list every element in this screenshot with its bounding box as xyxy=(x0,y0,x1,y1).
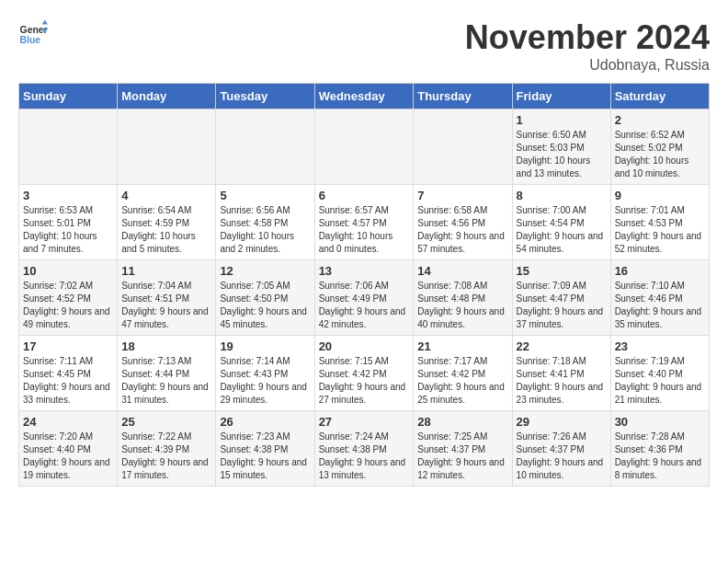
day-info: Sunrise: 7:19 AM Sunset: 4:40 PM Dayligh… xyxy=(615,355,705,407)
day-info: Sunrise: 7:20 AM Sunset: 4:40 PM Dayligh… xyxy=(23,431,113,482)
day-number: 5 xyxy=(220,189,310,202)
calendar-cell: 10Sunrise: 7:02 AM Sunset: 4:52 PM Dayli… xyxy=(19,260,118,336)
day-number: 1 xyxy=(517,113,607,127)
weekday-header-row: SundayMondayTuesdayWednesdayThursdayFrid… xyxy=(19,84,710,109)
day-info: Sunrise: 6:54 AM Sunset: 4:59 PM Dayligh… xyxy=(121,204,211,256)
day-info: Sunrise: 7:02 AM Sunset: 4:52 PM Dayligh… xyxy=(23,280,113,331)
day-number: 14 xyxy=(417,264,507,278)
day-info: Sunrise: 7:26 AM Sunset: 4:37 PM Dayligh… xyxy=(517,431,607,482)
calendar-cell: 21Sunrise: 7:17 AM Sunset: 4:42 PM Dayli… xyxy=(414,336,512,411)
day-number: 10 xyxy=(23,264,113,278)
day-info: Sunrise: 7:18 AM Sunset: 4:41 PM Dayligh… xyxy=(517,355,607,407)
day-info: Sunrise: 6:56 AM Sunset: 4:58 PM Dayligh… xyxy=(220,204,310,256)
calendar-cell xyxy=(118,109,216,185)
day-info: Sunrise: 6:58 AM Sunset: 4:56 PM Dayligh… xyxy=(417,204,507,256)
day-number: 21 xyxy=(417,339,507,353)
calendar-week-row: 1Sunrise: 6:50 AM Sunset: 5:03 PM Daylig… xyxy=(19,109,710,185)
calendar-cell xyxy=(414,109,512,185)
calendar-cell: 23Sunrise: 7:19 AM Sunset: 4:40 PM Dayli… xyxy=(610,336,709,411)
calendar-week-row: 24Sunrise: 7:20 AM Sunset: 4:40 PM Dayli… xyxy=(19,411,710,487)
day-info: Sunrise: 7:00 AM Sunset: 4:54 PM Dayligh… xyxy=(517,204,607,256)
calendar-cell: 8Sunrise: 7:00 AM Sunset: 4:54 PM Daylig… xyxy=(512,185,610,260)
calendar-week-row: 17Sunrise: 7:11 AM Sunset: 4:45 PM Dayli… xyxy=(19,336,710,411)
weekday-header: Monday xyxy=(118,84,216,109)
calendar-cell: 6Sunrise: 6:57 AM Sunset: 4:57 PM Daylig… xyxy=(314,185,414,260)
day-info: Sunrise: 7:13 AM Sunset: 4:44 PM Dayligh… xyxy=(121,355,211,407)
day-number: 8 xyxy=(517,189,607,202)
day-info: Sunrise: 7:01 AM Sunset: 4:53 PM Dayligh… xyxy=(615,204,705,256)
calendar-cell: 1Sunrise: 6:50 AM Sunset: 5:03 PM Daylig… xyxy=(512,109,610,185)
weekday-header: Wednesday xyxy=(314,84,414,109)
day-info: Sunrise: 7:23 AM Sunset: 4:38 PM Dayligh… xyxy=(220,431,310,482)
day-number: 27 xyxy=(319,415,410,429)
calendar-cell: 7Sunrise: 6:58 AM Sunset: 4:56 PM Daylig… xyxy=(414,185,512,260)
month-title: November 2024 xyxy=(465,18,710,57)
calendar-cell: 26Sunrise: 7:23 AM Sunset: 4:38 PM Dayli… xyxy=(216,411,314,487)
day-number: 11 xyxy=(121,264,211,278)
day-info: Sunrise: 7:25 AM Sunset: 4:37 PM Dayligh… xyxy=(417,431,507,482)
day-info: Sunrise: 7:24 AM Sunset: 4:38 PM Dayligh… xyxy=(319,431,410,482)
title-block: November 2024 Udobnaya, Russia xyxy=(465,18,710,74)
calendar-week-row: 3Sunrise: 6:53 AM Sunset: 5:01 PM Daylig… xyxy=(19,185,710,260)
calendar-cell: 22Sunrise: 7:18 AM Sunset: 4:41 PM Dayli… xyxy=(512,336,610,411)
day-number: 15 xyxy=(517,264,607,278)
weekday-header: Tuesday xyxy=(216,84,314,109)
calendar-cell: 13Sunrise: 7:06 AM Sunset: 4:49 PM Dayli… xyxy=(314,260,414,336)
day-info: Sunrise: 7:08 AM Sunset: 4:48 PM Dayligh… xyxy=(417,280,507,331)
calendar-cell xyxy=(314,109,414,185)
page-header: General Blue November 2024 Udobnaya, Rus… xyxy=(18,18,710,74)
day-info: Sunrise: 7:28 AM Sunset: 4:36 PM Dayligh… xyxy=(615,431,705,482)
calendar-cell: 28Sunrise: 7:25 AM Sunset: 4:37 PM Dayli… xyxy=(414,411,512,487)
day-number: 20 xyxy=(319,339,410,353)
day-number: 12 xyxy=(220,264,310,278)
day-number: 23 xyxy=(615,339,705,353)
calendar-cell: 20Sunrise: 7:15 AM Sunset: 4:42 PM Dayli… xyxy=(314,336,414,411)
calendar-cell: 11Sunrise: 7:04 AM Sunset: 4:51 PM Dayli… xyxy=(118,260,216,336)
calendar-cell: 30Sunrise: 7:28 AM Sunset: 4:36 PM Dayli… xyxy=(610,411,709,487)
day-number: 22 xyxy=(517,339,607,353)
day-number: 9 xyxy=(615,189,705,202)
calendar-cell: 24Sunrise: 7:20 AM Sunset: 4:40 PM Dayli… xyxy=(19,411,118,487)
calendar-cell: 12Sunrise: 7:05 AM Sunset: 4:50 PM Dayli… xyxy=(216,260,314,336)
calendar-cell: 19Sunrise: 7:14 AM Sunset: 4:43 PM Dayli… xyxy=(216,336,314,411)
calendar-week-row: 10Sunrise: 7:02 AM Sunset: 4:52 PM Dayli… xyxy=(19,260,710,336)
day-number: 26 xyxy=(220,415,310,429)
calendar-cell: 27Sunrise: 7:24 AM Sunset: 4:38 PM Dayli… xyxy=(314,411,414,487)
calendar-table: SundayMondayTuesdayWednesdayThursdayFrid… xyxy=(18,83,710,487)
day-info: Sunrise: 7:17 AM Sunset: 4:42 PM Dayligh… xyxy=(417,355,507,407)
day-info: Sunrise: 7:05 AM Sunset: 4:50 PM Dayligh… xyxy=(220,280,310,331)
day-info: Sunrise: 6:50 AM Sunset: 5:03 PM Dayligh… xyxy=(517,129,607,180)
calendar-cell: 16Sunrise: 7:10 AM Sunset: 4:46 PM Dayli… xyxy=(610,260,709,336)
day-info: Sunrise: 6:53 AM Sunset: 5:01 PM Dayligh… xyxy=(23,204,113,256)
weekday-header: Sunday xyxy=(19,84,118,109)
day-number: 30 xyxy=(615,415,705,429)
day-info: Sunrise: 6:57 AM Sunset: 4:57 PM Dayligh… xyxy=(319,204,410,256)
calendar-cell: 25Sunrise: 7:22 AM Sunset: 4:39 PM Dayli… xyxy=(118,411,216,487)
calendar-cell xyxy=(216,109,314,185)
calendar-cell: 18Sunrise: 7:13 AM Sunset: 4:44 PM Dayli… xyxy=(118,336,216,411)
day-number: 25 xyxy=(121,415,211,429)
calendar-cell: 5Sunrise: 6:56 AM Sunset: 4:58 PM Daylig… xyxy=(216,185,314,260)
day-number: 7 xyxy=(417,189,507,202)
calendar-cell: 2Sunrise: 6:52 AM Sunset: 5:02 PM Daylig… xyxy=(610,109,709,185)
day-info: Sunrise: 6:52 AM Sunset: 5:02 PM Dayligh… xyxy=(615,129,705,180)
day-number: 19 xyxy=(220,339,310,353)
weekday-header: Friday xyxy=(512,84,610,109)
day-info: Sunrise: 7:04 AM Sunset: 4:51 PM Dayligh… xyxy=(121,280,211,331)
weekday-header: Saturday xyxy=(610,84,709,109)
calendar-cell: 17Sunrise: 7:11 AM Sunset: 4:45 PM Dayli… xyxy=(19,336,118,411)
day-number: 29 xyxy=(517,415,607,429)
day-number: 28 xyxy=(417,415,507,429)
day-number: 6 xyxy=(319,189,410,202)
day-number: 16 xyxy=(615,264,705,278)
day-number: 17 xyxy=(23,339,113,353)
calendar-cell: 3Sunrise: 6:53 AM Sunset: 5:01 PM Daylig… xyxy=(19,185,118,260)
day-number: 13 xyxy=(319,264,410,278)
day-number: 3 xyxy=(23,189,113,202)
svg-text:Blue: Blue xyxy=(20,35,41,45)
location: Udobnaya, Russia xyxy=(465,57,710,74)
calendar-cell: 14Sunrise: 7:08 AM Sunset: 4:48 PM Dayli… xyxy=(414,260,512,336)
calendar-cell: 29Sunrise: 7:26 AM Sunset: 4:37 PM Dayli… xyxy=(512,411,610,487)
calendar-cell xyxy=(19,109,118,185)
day-info: Sunrise: 7:22 AM Sunset: 4:39 PM Dayligh… xyxy=(121,431,211,482)
